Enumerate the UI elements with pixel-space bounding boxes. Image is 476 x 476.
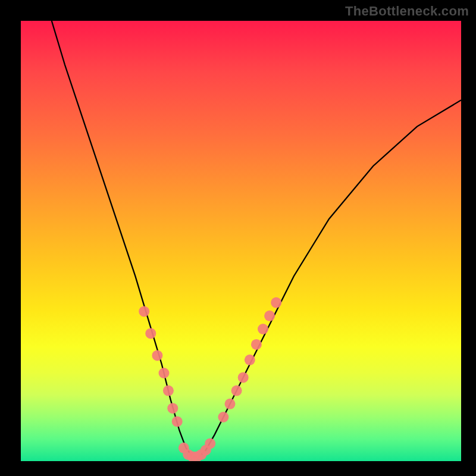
data-point bbox=[218, 412, 228, 422]
data-point bbox=[238, 372, 249, 383]
data-point bbox=[167, 403, 178, 414]
data-point bbox=[159, 368, 170, 378]
data-point bbox=[145, 328, 156, 339]
watermark-text: TheBottleneck.com bbox=[345, 4, 469, 19]
data-point bbox=[163, 386, 174, 396]
data-point bbox=[152, 350, 162, 361]
data-point bbox=[271, 298, 281, 308]
data-point bbox=[251, 339, 262, 350]
chart-frame: TheBottleneck.com bbox=[0, 0, 476, 476]
data-point bbox=[139, 306, 149, 317]
bottleneck-curve bbox=[52, 21, 461, 457]
data-point bbox=[231, 386, 242, 396]
data-point bbox=[205, 438, 215, 449]
data-point bbox=[258, 324, 268, 334]
data-point bbox=[225, 399, 236, 409]
curve-svg bbox=[21, 21, 461, 461]
data-point bbox=[245, 355, 255, 365]
data-point bbox=[264, 311, 275, 321]
data-point bbox=[172, 416, 183, 427]
plot-area bbox=[21, 21, 461, 461]
